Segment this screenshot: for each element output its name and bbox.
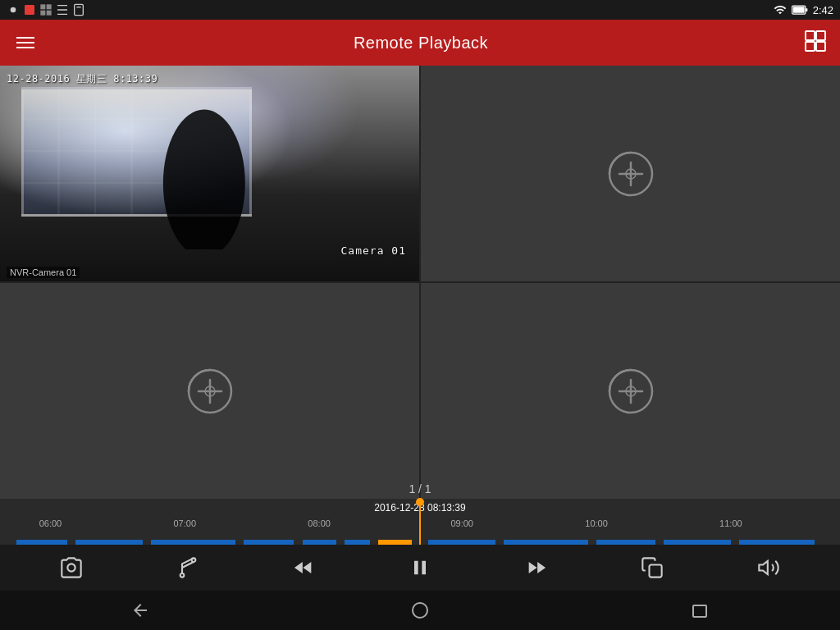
playhead[interactable] [419, 499, 421, 545]
notification-icon [7, 3, 20, 16]
add-camera-icon-2 [606, 149, 655, 199]
menu-button[interactable] [13, 34, 38, 52]
rec-bar-11 [664, 540, 731, 545]
svg-point-27 [67, 564, 75, 571]
svg-marker-31 [759, 561, 768, 574]
rec-bar-10 [596, 540, 655, 545]
rec-bar-3 [151, 540, 235, 545]
svg-point-0 [11, 7, 16, 13]
app-title: Remote Playback [354, 34, 488, 52]
video-cell-4[interactable] [421, 283, 840, 499]
svg-rect-33 [693, 605, 706, 617]
svg-rect-12 [816, 31, 825, 40]
page-indicator: 1 / 1 [409, 482, 431, 495]
status-bar: 2:42 [0, 0, 840, 20]
clip-button[interactable] [168, 548, 208, 587]
svg-rect-30 [650, 565, 662, 578]
video-cell-2[interactable] [421, 66, 840, 281]
timeline[interactable]: 2016-12-28 08:13:39 06:00 07:00 08:00 09… [0, 499, 840, 545]
svg-rect-9 [793, 7, 805, 13]
tick-0900: 09:00 [450, 518, 473, 528]
svg-rect-4 [40, 11, 45, 16]
svg-rect-10 [806, 8, 808, 11]
add-camera-icon-4 [606, 367, 655, 416]
rec-bar-12 [739, 540, 815, 545]
status-left-icons [7, 3, 85, 16]
svg-rect-14 [816, 42, 825, 51]
svg-rect-2 [40, 4, 45, 9]
copy-button[interactable] [632, 548, 672, 587]
screenshot-button[interactable] [52, 548, 91, 587]
volume-button[interactable] [749, 548, 788, 587]
tick-0700: 07:00 [174, 518, 197, 528]
tick-0600: 06:00 [39, 518, 62, 528]
svg-point-28 [180, 573, 184, 578]
svg-rect-1 [25, 5, 34, 15]
top-bar: Remote Playback [0, 20, 840, 66]
svg-rect-5 [47, 11, 52, 16]
tick-1000: 10:00 [585, 518, 608, 528]
device-label: NVR-Camera 01 [7, 267, 80, 278]
rec-bar-1 [16, 540, 66, 545]
back-button[interactable] [107, 594, 173, 627]
add-camera-icon-3 [185, 367, 235, 416]
home-button[interactable] [387, 594, 453, 627]
svg-point-32 [413, 603, 427, 618]
battery-icon [792, 3, 808, 16]
rec-bar-4 [244, 540, 294, 545]
rec-bar-6 [345, 540, 370, 545]
rec-bar-9 [504, 540, 587, 545]
rec-bar-7 [378, 540, 412, 545]
pause-button[interactable] [400, 548, 440, 587]
rewind-button[interactable] [284, 548, 323, 587]
video-cell-3[interactable] [0, 283, 419, 499]
fast-forward-button[interactable] [517, 548, 556, 587]
svg-rect-11 [806, 31, 815, 40]
rec-bar-2 [75, 540, 143, 545]
wifi-icon [774, 3, 787, 16]
timestamp-overlay: 12-28-2016 星期三 8:13:39 [7, 72, 158, 86]
app-icon-1 [23, 3, 36, 16]
camera-label: Camera 01 [341, 244, 406, 257]
svg-rect-13 [806, 42, 815, 51]
tick-0800: 08:00 [308, 518, 331, 528]
control-bar [0, 545, 840, 591]
rec-bar-8 [428, 540, 495, 545]
svg-rect-3 [47, 4, 52, 9]
recents-button[interactable] [667, 594, 733, 627]
video-grid: 12-28-2016 星期三 8:13:39 Camera 01 NVR-Cam… [0, 66, 840, 499]
status-right-icons: 2:42 [774, 3, 833, 16]
app-icon-2 [39, 3, 52, 16]
app-icon-4 [72, 3, 85, 16]
svg-rect-6 [75, 4, 84, 15]
app-icon-3 [56, 3, 69, 16]
svg-rect-7 [76, 7, 80, 7]
nav-bar [0, 591, 840, 630]
tick-1100: 11:00 [719, 518, 742, 528]
video-cell-1[interactable]: 12-28-2016 星期三 8:13:39 Camera 01 NVR-Cam… [0, 66, 419, 281]
rec-bar-5 [303, 540, 336, 545]
layout-button[interactable] [804, 30, 827, 56]
clock: 2:42 [813, 4, 833, 16]
